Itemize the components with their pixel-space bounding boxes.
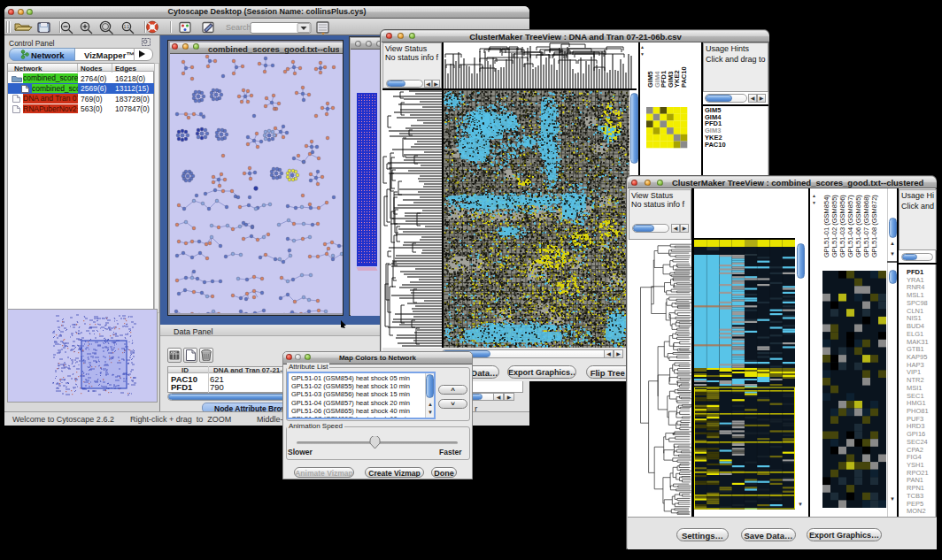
svg-text:GPL51-07 (GSM868): GPL51-07 (GSM868) (862, 195, 870, 257)
svg-text:GPL51-08 (GSM872): GPL51-08 (GSM872) (870, 195, 878, 257)
svg-text:1:1: 1:1 (124, 25, 130, 29)
svg-text:GPL51-01 (GSM854): GPL51-01 (GSM854) (822, 195, 830, 257)
svg-text:Search:: Search: (226, 23, 253, 32)
svg-text:GPL51-06 (GSM865): GPL51-06 (GSM865) (854, 195, 862, 257)
svg-text:PAC10: PAC10 (680, 66, 688, 88)
svg-text:GPL51-03 (GSM856): GPL51-03 (GSM856) (838, 195, 846, 257)
svg-text:GPL51-02 (GSM855): GPL51-02 (GSM855) (830, 195, 838, 257)
svg-text:GPL51-04 (GSM857): GPL51-04 (GSM857) (846, 195, 854, 257)
